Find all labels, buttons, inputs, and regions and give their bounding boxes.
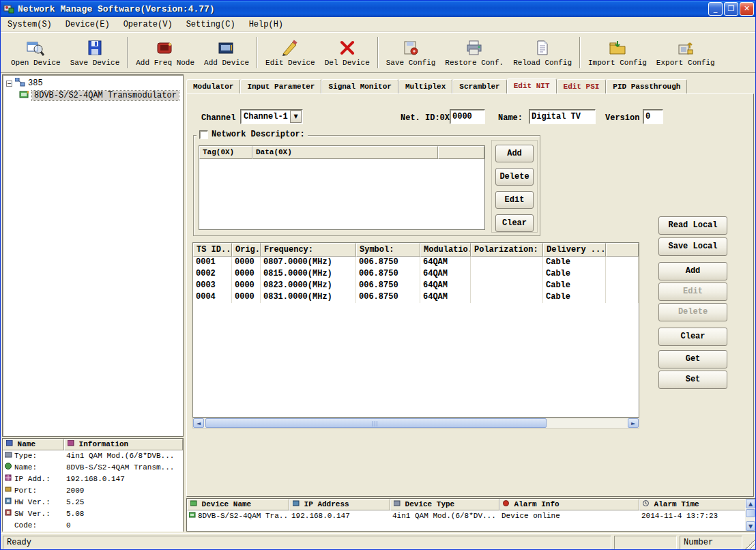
device-name-header[interactable]: Device Name bbox=[187, 499, 289, 510]
version-input[interactable] bbox=[643, 109, 663, 124]
tree-root-label: 385 bbox=[28, 78, 43, 88]
info-row-hw-version[interactable]: HW Ver.: 5.25 bbox=[3, 497, 183, 508]
menu-system[interactable]: System(S) bbox=[1, 17, 59, 32]
info-value: 0 bbox=[64, 520, 183, 532]
ts-id-column-header[interactable]: TS ID... bbox=[193, 243, 232, 257]
menu-device[interactable]: Device(E) bbox=[59, 17, 117, 32]
polarization-column-header[interactable]: Polarization: bbox=[471, 243, 543, 257]
info-information-header[interactable]: Information bbox=[64, 439, 183, 450]
edit-device-button[interactable]: Edit Device bbox=[261, 34, 320, 71]
app-icon bbox=[3, 3, 14, 14]
device-type-header[interactable]: Device Type bbox=[390, 499, 499, 510]
restore-config-button[interactable]: Restore Conf. bbox=[440, 34, 508, 71]
scroll-up-icon[interactable]: ▲ bbox=[746, 499, 755, 508]
export-config-label: Export Config bbox=[656, 59, 715, 67]
table-row[interactable]: 000400000831.0000(MHz)006.875064QAMCable bbox=[193, 291, 639, 303]
info-name-header[interactable]: Name bbox=[3, 439, 64, 450]
vertical-scrollbar[interactable]: ▲ ▼ bbox=[745, 499, 756, 531]
open-device-button[interactable]: Open Device bbox=[6, 34, 66, 71]
modulation-column-header[interactable]: Modulatio... bbox=[420, 243, 471, 257]
scroll-down-icon[interactable]: ▼ bbox=[746, 521, 755, 531]
scroll-right-icon[interactable]: ► bbox=[628, 418, 639, 428]
info-row-name[interactable]: Name: 8DVB-S/S2-4QAM Transm... bbox=[3, 462, 183, 474]
data-column-header[interactable]: Data(0X) bbox=[252, 146, 438, 159]
alarm-info-header[interactable]: Alarm Info bbox=[499, 499, 639, 510]
status-message: Ready bbox=[3, 536, 611, 549]
edit-button[interactable]: Edit bbox=[658, 283, 727, 301]
descriptor-clear-button[interactable]: Clear bbox=[495, 214, 534, 232]
get-button[interactable]: Get bbox=[658, 350, 727, 368]
descriptor-add-button[interactable]: Add bbox=[495, 145, 534, 162]
info-row-sw-version[interactable]: SW Ver.: 5.08 bbox=[3, 508, 183, 520]
hw-version-icon bbox=[5, 497, 12, 508]
tab-scrambler[interactable]: Scrambler bbox=[452, 79, 506, 93]
read-local-button[interactable]: Read Local bbox=[658, 216, 727, 235]
info-row-ip[interactable]: IP Add.: 192.168.0.147 bbox=[3, 474, 183, 485]
tab-signal-monitor[interactable]: Signal Monitor bbox=[321, 79, 398, 93]
minimize-button[interactable]: _ bbox=[708, 2, 723, 16]
del-device-button[interactable]: Del Device bbox=[320, 34, 375, 71]
table-row[interactable]: 000300000823.0000(MHz)006.875064QAMCable bbox=[193, 280, 639, 291]
menu-help[interactable]: Help(H) bbox=[242, 17, 290, 32]
alarm-time-header[interactable]: Alarm Time bbox=[639, 499, 756, 510]
close-button[interactable]: ✕ bbox=[740, 2, 754, 16]
status-bar: Ready Number bbox=[1, 533, 756, 550]
extra-column-header[interactable] bbox=[606, 243, 639, 257]
info-value: 5.25 bbox=[64, 497, 183, 508]
delete-button[interactable]: Delete bbox=[658, 303, 727, 321]
network-descriptor-checkbox[interactable] bbox=[199, 130, 208, 139]
tab-multiplex[interactable]: Multiplex bbox=[398, 79, 452, 93]
save-config-button[interactable]: Save Config bbox=[381, 34, 441, 71]
scrollbar-thumb[interactable] bbox=[746, 509, 755, 517]
tree-device-item[interactable]: 8DVB-S/S2-4QAM Transmodulator bbox=[3, 89, 183, 102]
tab-input-parameter[interactable]: Input Parameter bbox=[240, 79, 321, 93]
descriptor-table[interactable]: Tag(0X) Data(0X) bbox=[199, 145, 485, 230]
tree-collapse-icon[interactable]: − bbox=[6, 81, 12, 87]
descriptor-edit-button[interactable]: Edit bbox=[495, 191, 534, 209]
clear-button[interactable]: Clear bbox=[658, 328, 727, 346]
name-input[interactable] bbox=[529, 109, 596, 124]
reload-config-button[interactable]: Reload Config bbox=[508, 34, 577, 71]
tab-pid-passthrough[interactable]: PID Passthrough bbox=[606, 79, 687, 93]
add-freq-node-button[interactable]: Add Freq Node bbox=[131, 34, 199, 71]
table-row[interactable]: 000100000807.0000(MHz)006.875064QAMCable bbox=[193, 257, 639, 268]
toolbar-separator bbox=[377, 37, 379, 68]
tab-edit-nit[interactable]: Edit NIT bbox=[507, 78, 557, 93]
ip-address-header[interactable]: IP Address bbox=[289, 499, 390, 510]
tree-root-item[interactable]: − 385 bbox=[3, 77, 183, 89]
device-row-icon bbox=[189, 510, 196, 522]
orig-column-header[interactable]: Orig. ... bbox=[232, 243, 261, 257]
info-row-port[interactable]: Port: 2009 bbox=[3, 485, 183, 497]
channel-select[interactable]: Channel-1 ▼ bbox=[240, 109, 303, 124]
tag-column-header[interactable]: Tag(0X) bbox=[199, 146, 252, 159]
add-device-button[interactable]: Add Device bbox=[199, 34, 254, 71]
type-icon bbox=[5, 450, 12, 462]
descriptor-delete-button[interactable]: Delete bbox=[495, 168, 534, 186]
device-row[interactable]: 8DVB-S/S2-4QAM Tra... 192.168.0.147 4in1… bbox=[187, 510, 756, 522]
set-button[interactable]: Set bbox=[658, 371, 727, 389]
table-row[interactable]: 000200000815.0000(MHz)006.875064QAMCable bbox=[193, 268, 639, 280]
scrollbar-thumb[interactable] bbox=[205, 418, 547, 428]
resize-grip[interactable] bbox=[745, 540, 755, 549]
menu-setting[interactable]: Setting(C) bbox=[179, 17, 242, 32]
frequency-column-header[interactable]: Frequency: bbox=[261, 243, 356, 257]
symbol-column-header[interactable]: Symbol: bbox=[356, 243, 420, 257]
info-row-type[interactable]: Type: 4in1 QAM Mod.(6/8*DVB... bbox=[3, 450, 183, 462]
tab-edit-psi[interactable]: Edit PSI bbox=[557, 79, 607, 93]
maximize-button[interactable]: ❐ bbox=[724, 2, 738, 16]
add-button[interactable]: Add bbox=[658, 262, 727, 280]
scroll-left-icon[interactable]: ◄ bbox=[193, 418, 204, 428]
nit-ts-table[interactable]: TS ID... Orig. ... Frequency: Symbol: Mo… bbox=[192, 242, 639, 418]
chevron-down-icon[interactable]: ▼ bbox=[290, 111, 302, 123]
save-local-button[interactable]: Save Local bbox=[658, 237, 727, 256]
app-window: Network Manage Software(Version:4.77) _ … bbox=[0, 0, 756, 550]
horizontal-scrollbar[interactable]: ◄ ► bbox=[192, 418, 639, 429]
import-config-button[interactable]: Import Config bbox=[583, 34, 652, 71]
net-id-input[interactable] bbox=[450, 109, 485, 124]
delivery-column-header[interactable]: Delivery ... bbox=[543, 243, 606, 257]
tab-modulator[interactable]: Modulator bbox=[186, 79, 240, 93]
export-config-button[interactable]: Export Config bbox=[652, 34, 720, 71]
info-row-code[interactable]: Code: 0 bbox=[3, 520, 183, 532]
menu-operate[interactable]: Operate(V) bbox=[117, 17, 179, 32]
save-device-button[interactable]: Save Device bbox=[66, 34, 125, 71]
